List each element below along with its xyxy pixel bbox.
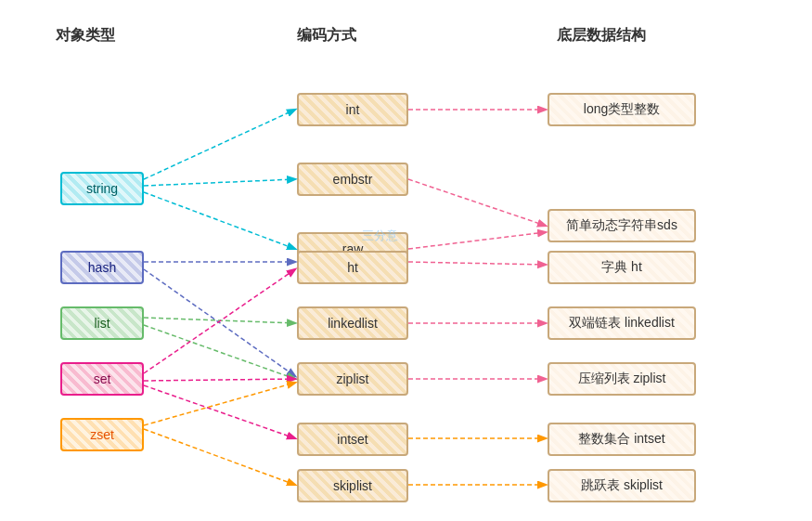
svg-line-2 xyxy=(144,192,295,249)
ds-long: long类型整数 xyxy=(548,93,696,126)
enc-linkedlist: linkedlist xyxy=(297,306,408,340)
enc-embstr: embstr xyxy=(297,163,408,196)
enc-ziplist: ziplist xyxy=(297,362,408,396)
obj-string: string xyxy=(60,172,144,205)
svg-line-7 xyxy=(144,269,295,376)
enc-int: int xyxy=(297,93,408,126)
ds-dict: 字典 ht xyxy=(548,251,696,284)
svg-line-1 xyxy=(144,179,295,186)
col-header-2: 编码方式 xyxy=(297,26,356,46)
svg-line-9 xyxy=(144,325,295,379)
svg-line-5 xyxy=(408,232,546,249)
watermark: 三分意 xyxy=(362,228,398,244)
obj-list: list xyxy=(60,306,144,340)
svg-line-8 xyxy=(144,318,295,323)
obj-zset: zset xyxy=(60,418,144,451)
ds-dziplist: 压缩列表 ziplist xyxy=(548,362,696,396)
ds-sds: 简单动态字符串sds xyxy=(548,209,696,242)
svg-line-10 xyxy=(144,269,295,373)
svg-line-0 xyxy=(144,110,295,179)
svg-line-12 xyxy=(144,385,295,438)
svg-line-11 xyxy=(144,379,295,381)
diagram-container: { "headers": { "col1": "对象类型", "col2": "… xyxy=(0,0,812,521)
svg-line-14 xyxy=(144,383,295,425)
col-header-1: 对象类型 xyxy=(56,26,115,46)
enc-skiplist: skiplist xyxy=(297,469,408,502)
obj-hash: hash xyxy=(60,251,144,284)
svg-line-15 xyxy=(408,262,546,265)
col-header-3: 底层数据结构 xyxy=(557,26,646,46)
ds-dlinkedlist: 双端链表 linkedlist xyxy=(548,306,696,340)
svg-line-13 xyxy=(144,429,295,485)
svg-line-4 xyxy=(408,179,546,226)
obj-set: set xyxy=(60,362,144,396)
ds-intset: 整数集合 intset xyxy=(548,423,696,456)
ds-skiplist: 跳跃表 skiplist xyxy=(548,469,696,502)
enc-intset: intset xyxy=(297,423,408,456)
enc-ht: ht xyxy=(297,251,408,284)
